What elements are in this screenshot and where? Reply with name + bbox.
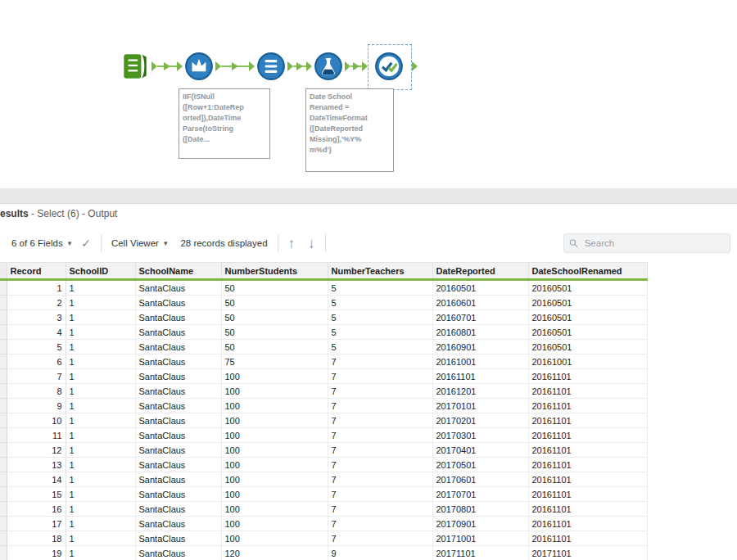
table-row[interactable]: 41SantaClaus5052016080120160501 <box>0 325 647 340</box>
table-cell: 7 <box>328 413 432 428</box>
table-cell: 50 <box>221 325 328 340</box>
connector[interactable] <box>157 65 177 67</box>
input-anchor[interactable] <box>362 61 368 71</box>
input-anchor[interactable] <box>306 61 312 71</box>
column-header-dateschoolrenamed[interactable]: DateSchoolRenamed <box>528 263 647 280</box>
table-row[interactable]: 31SantaClaus5052016070120160501 <box>0 310 647 325</box>
row-gutter[interactable] <box>0 487 7 502</box>
row-gutter[interactable] <box>0 472 7 487</box>
row-gutter[interactable] <box>0 502 7 517</box>
toolbar-separator <box>325 234 326 252</box>
table-row[interactable]: 21SantaClaus5052016060120160501 <box>0 296 647 310</box>
fields-dropdown[interactable]: 6 of 6 Fields ▾ <box>11 238 71 248</box>
table-cell: SantaClaus <box>135 310 221 325</box>
table-cell: 20160601 <box>432 296 528 310</box>
connector[interactable] <box>350 65 362 67</box>
table-row[interactable]: 191SantaClaus12092017110120171101 <box>0 546 647 560</box>
table-row[interactable]: 171SantaClaus10072017090120161101 <box>0 517 647 531</box>
table-cell: 100 <box>221 413 328 428</box>
tool-annotation-formula[interactable]: Date School Renamed = DateTimeFormat ([D… <box>305 88 394 172</box>
table-cell: 1 <box>66 340 135 355</box>
row-gutter[interactable] <box>0 399 7 413</box>
table-cell: 20161101 <box>528 413 647 428</box>
row-gutter[interactable] <box>0 310 7 325</box>
column-header-schoolname[interactable]: SchoolName <box>135 263 221 280</box>
table-row[interactable]: 181SantaClaus10072017100120161101 <box>0 531 647 546</box>
table-row[interactable]: 131SantaClaus10072017050120161101 <box>0 458 647 472</box>
table-cell: 20161101 <box>528 458 647 472</box>
table-row[interactable]: 101SantaClaus10072017020120161101 <box>0 413 647 428</box>
apply-check-icon[interactable]: ✓ <box>81 237 91 250</box>
table-cell: 20170101 <box>432 399 528 413</box>
table-cell: 100 <box>221 399 328 413</box>
table-cell: 20170401 <box>432 443 528 458</box>
output-anchor[interactable] <box>412 61 418 71</box>
connector[interactable] <box>221 65 249 67</box>
results-title-suffix: - Select (6) - Output <box>29 208 118 219</box>
row-gutter[interactable] <box>0 428 7 443</box>
table-cell: SantaClaus <box>135 502 221 517</box>
table-cell: 1 <box>66 531 135 546</box>
search-input[interactable] <box>583 237 725 249</box>
row-gutter[interactable] <box>0 531 7 546</box>
table-cell: 17 <box>7 517 66 531</box>
search-box[interactable] <box>563 233 730 253</box>
row-gutter[interactable] <box>0 413 7 428</box>
output-anchor[interactable] <box>215 61 221 71</box>
row-gutter[interactable] <box>0 517 7 531</box>
output-anchor[interactable] <box>151 61 157 71</box>
tool-input-data[interactable] <box>120 51 151 82</box>
table-cell: 15 <box>7 487 66 502</box>
table-row[interactable]: 81SantaClaus10072016120120161101 <box>0 384 647 399</box>
scroll-down-button[interactable]: ↓ <box>308 237 315 251</box>
scroll-up-button[interactable]: ↑ <box>288 237 296 251</box>
tool-multi-row-formula[interactable] <box>183 51 215 82</box>
tool-formula[interactable] <box>313 51 344 82</box>
column-header-numberteachers[interactable]: NumberTeachers <box>328 263 432 280</box>
table-cell: 100 <box>221 458 328 472</box>
connector[interactable] <box>293 65 306 67</box>
tool-annotation-multi-row-formula[interactable]: IIF(ISNull ([Row+1:DateRep orted]),DateT… <box>179 88 270 159</box>
row-gutter[interactable] <box>0 458 7 472</box>
cell-viewer-dropdown[interactable]: Cell Viewer ▾ <box>111 238 167 248</box>
input-anchor[interactable] <box>177 61 183 71</box>
column-header-schoolid[interactable]: SchoolID <box>66 263 135 280</box>
output-anchor[interactable] <box>287 61 293 71</box>
row-gutter[interactable] <box>0 325 7 340</box>
input-anchor[interactable] <box>249 61 255 71</box>
table-row[interactable]: 151SantaClaus10072017070120161101 <box>0 487 647 502</box>
column-header-record[interactable]: Record <box>7 263 66 280</box>
table-row[interactable]: 11SantaClaus5052016050120160501 <box>0 280 647 296</box>
column-header-datereported[interactable]: DateReported <box>432 263 528 280</box>
table-cell: 1 <box>66 310 135 325</box>
table-row[interactable]: 121SantaClaus10072017040120161101 <box>0 443 647 458</box>
table-cell: 20160501 <box>528 340 647 355</box>
table-cell: 20170201 <box>432 413 528 428</box>
row-gutter[interactable] <box>0 355 7 369</box>
row-gutter[interactable] <box>0 296 7 310</box>
table-row[interactable]: 161SantaClaus10072017080120161101 <box>0 502 647 517</box>
table-row[interactable]: 91SantaClaus10072017010120161101 <box>0 399 647 413</box>
table-row[interactable]: 61SantaClaus7572016100120161001 <box>0 355 647 369</box>
table-row[interactable]: 141SantaClaus10072017060120161101 <box>0 472 647 487</box>
column-header-numberstudents[interactable]: NumberStudents <box>221 263 328 280</box>
table-cell: 20170901 <box>432 517 528 531</box>
table-row[interactable]: 71SantaClaus10072016110120161101 <box>0 369 647 384</box>
row-gutter[interactable] <box>0 384 7 399</box>
row-gutter[interactable] <box>0 369 7 384</box>
results-panel-splitter[interactable] <box>0 188 737 204</box>
table-cell: 4 <box>7 325 66 340</box>
row-gutter[interactable] <box>0 280 7 296</box>
table-cell: 10 <box>7 413 66 428</box>
table-row[interactable]: 51SantaClaus5052016090120160501 <box>0 340 647 355</box>
row-gutter[interactable] <box>0 546 7 560</box>
table-cell: SantaClaus <box>135 399 221 413</box>
tool-summarize[interactable] <box>255 51 287 82</box>
output-anchor[interactable] <box>345 61 350 71</box>
table-row[interactable]: 111SantaClaus10072017030120161101 <box>0 428 647 443</box>
table-cell: 100 <box>221 487 328 502</box>
row-gutter[interactable] <box>0 443 7 458</box>
row-gutter[interactable] <box>0 340 7 355</box>
table-cell: 20160501 <box>432 280 528 296</box>
table-cell: 7 <box>328 355 432 369</box>
